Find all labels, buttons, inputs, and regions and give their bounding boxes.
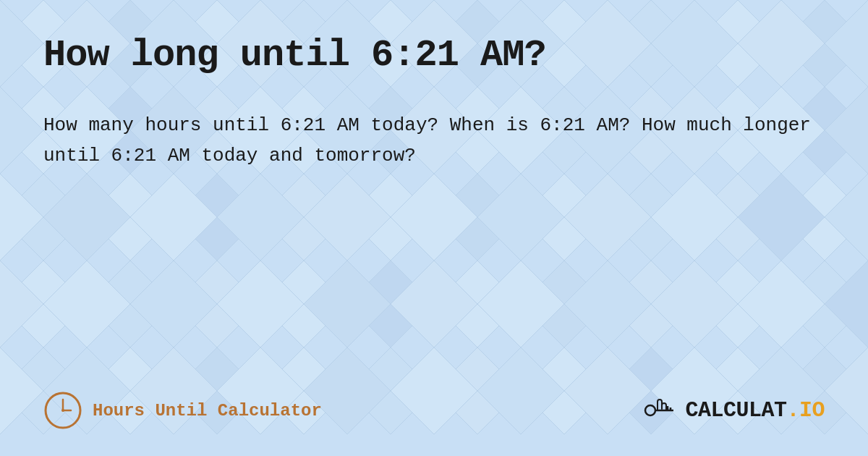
hand-icon (643, 394, 681, 426)
clock-icon (43, 391, 82, 430)
page-description: How many hours until 6:21 AM today? When… (43, 111, 825, 171)
svg-point-109 (61, 409, 64, 412)
brand-right-text: CALCULAT.IO (685, 398, 825, 423)
main-content: How long until 6:21 AM? How many hours u… (0, 0, 868, 456)
brand-right: CALCULAT.IO (643, 394, 825, 426)
page-title: How long until 6:21 AM? (43, 35, 825, 76)
brand-left: Hours Until Calculator (43, 391, 322, 430)
svg-point-110 (645, 405, 655, 415)
footer: Hours Until Calculator CALCULAT.IO (43, 391, 825, 430)
brand-left-label: Hours Until Calculator (93, 401, 322, 421)
